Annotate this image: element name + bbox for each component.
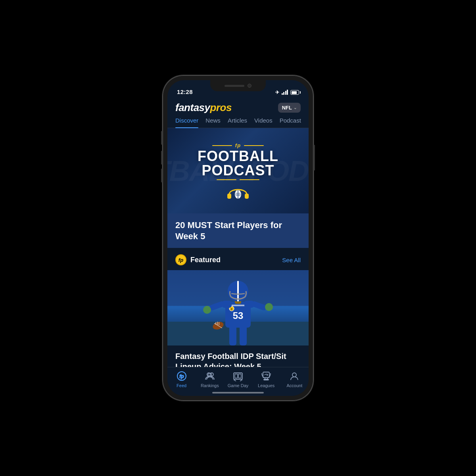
featured-section: fp Featured See All (167, 248, 309, 385)
app-header: fantasypros NFL ⌄ (167, 98, 309, 117)
featured-left: fp Featured (175, 254, 221, 265)
account-label: Account (287, 383, 303, 388)
svg-line-41 (234, 380, 236, 381)
airplane-icon: ✈ (275, 90, 279, 95)
podcast-banner[interactable]: FOOTBALL PODCAST fp FOOTBALL PODCAST (167, 128, 309, 213)
podcast-fp-label: fp (235, 142, 241, 148)
svg-rect-1 (245, 194, 249, 199)
svg-rect-27 (237, 281, 239, 301)
svg-text:53: 53 (233, 310, 244, 321)
podcast-header-row: fp (212, 142, 264, 148)
svg-rect-40 (238, 374, 241, 378)
nav-item-rankings[interactable]: Rankings (196, 370, 224, 388)
account-icon (289, 370, 300, 382)
svg-text:fp: fp (179, 374, 184, 379)
feed-label: Feed (177, 383, 186, 388)
tab-articles[interactable]: Articles (228, 117, 247, 128)
svg-point-46 (292, 373, 296, 377)
svg-rect-21 (209, 301, 225, 311)
league-label: NFL (282, 105, 292, 111)
nav-tabs: Discover News Articles Videos Podcast (167, 117, 309, 128)
status-time: 12:28 (177, 88, 193, 95)
article-image[interactable]: 53 C (167, 270, 309, 345)
feed-icon: fp (176, 370, 187, 382)
leagues-label: Leagues (258, 383, 274, 388)
speaker (225, 85, 244, 87)
svg-point-23 (203, 306, 211, 314)
screen-inner: fantasypros NFL ⌄ Discover News Articles (167, 98, 309, 396)
chevron-down-icon: ⌄ (294, 106, 297, 110)
camera (248, 84, 251, 88)
svg-rect-22 (251, 301, 267, 311)
tab-videos[interactable]: Videos (254, 117, 273, 128)
gold-line-right (244, 145, 264, 146)
svg-text:C: C (230, 308, 232, 311)
gameday-icon (232, 370, 244, 382)
phone-screen: 12:28 ✈ fantasypros (167, 80, 309, 396)
scrollable-content: FOOTBALL PODCAST fp FOOTBALL PODCAST (167, 128, 309, 396)
status-icons: ✈ (275, 90, 299, 95)
gameday-label: Game Day (228, 383, 249, 388)
home-indicator (212, 392, 264, 393)
podcast-bg-text: FOOTBALL PODCAST (167, 155, 309, 187)
wifi-icon (282, 90, 288, 95)
gold-line-left (212, 145, 232, 146)
nav-item-feed[interactable]: fp Feed (167, 370, 196, 388)
svg-line-42 (240, 380, 242, 381)
podcast-article-card[interactable]: 20 MUST Start Players for Week 5 (167, 213, 309, 248)
tab-podcast[interactable]: Podcast (280, 117, 301, 128)
nav-item-leagues[interactable]: Leagues (252, 370, 280, 388)
nav-item-account[interactable]: Account (280, 370, 309, 388)
app-logo: fantasypros (175, 102, 232, 114)
league-selector[interactable]: NFL ⌄ (278, 103, 301, 113)
notch (210, 80, 266, 91)
tab-news[interactable]: News (205, 117, 221, 128)
svg-point-24 (265, 303, 273, 311)
featured-header: fp Featured See All (167, 254, 309, 270)
podcast-article-title: 20 MUST Start Players for Week 5 (175, 220, 301, 242)
player-silhouette: 53 C (198, 272, 278, 345)
tab-discover[interactable]: Discover (175, 117, 198, 128)
nav-item-gameday[interactable]: Game Day (224, 370, 252, 388)
battery-icon (290, 90, 299, 95)
battery-fill (292, 91, 297, 94)
leagues-icon (261, 370, 272, 382)
svg-rect-0 (227, 194, 231, 199)
featured-fp-icon: fp (175, 254, 186, 265)
svg-rect-43 (263, 372, 269, 378)
svg-rect-45 (264, 379, 269, 380)
rankings-icon (204, 370, 215, 382)
rankings-label: Rankings (201, 383, 219, 388)
featured-label: Featured (190, 256, 221, 264)
see-all-link[interactable]: See All (282, 257, 301, 263)
phone-frame: 12:28 ✈ fantasypros (163, 75, 313, 401)
svg-rect-39 (235, 374, 238, 378)
